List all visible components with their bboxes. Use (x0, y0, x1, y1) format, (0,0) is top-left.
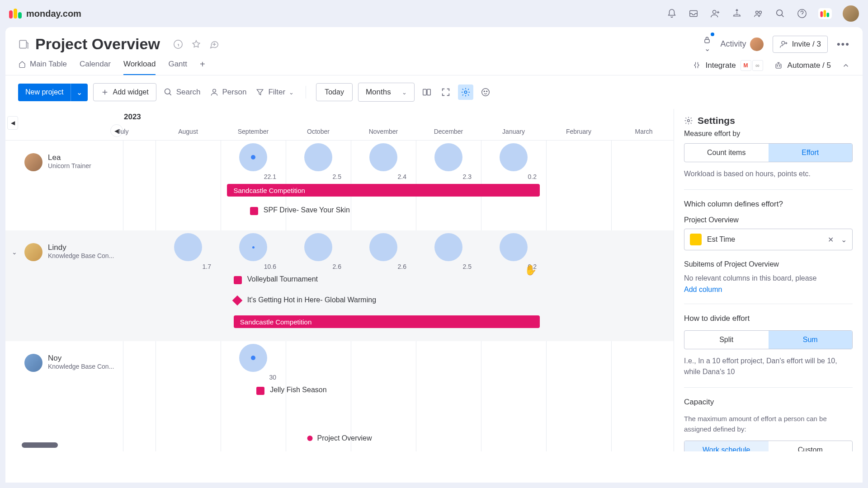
workload-bubble[interactable] (500, 233, 528, 261)
measure-effort[interactable]: Effort (769, 144, 853, 162)
privacy-toggle[interactable]: ⌄ (703, 35, 712, 53)
lock-icon (703, 35, 712, 44)
bubble-value: 2.4 (384, 173, 406, 180)
invite-icon[interactable] (710, 8, 721, 19)
board-name-label: Project Overview (684, 216, 853, 224)
inbox-icon[interactable] (688, 8, 699, 19)
project-marker[interactable] (250, 207, 258, 215)
project-label: Jelly Fish Season (270, 386, 326, 394)
add-widget-button[interactable]: Add widget (93, 83, 156, 101)
activity-label: Activity (721, 39, 746, 49)
integrate-button[interactable]: Integrate M ∞ (692, 60, 763, 71)
activity-button[interactable]: Activity (721, 38, 764, 51)
tabs-left: Main TableCalendarWorkloadGantt+ (18, 59, 205, 75)
filter-button[interactable]: Filter ⌄ (254, 84, 296, 100)
svg-point-11 (777, 66, 778, 66)
info-icon[interactable] (173, 39, 184, 50)
logo[interactable]: monday.com (9, 9, 81, 19)
project-marker[interactable] (234, 276, 242, 284)
add-tab-button[interactable]: + (200, 59, 205, 75)
project-marker[interactable] (232, 296, 242, 306)
tab-calendar[interactable]: Calendar (80, 60, 111, 75)
tab-gantt[interactable]: Gantt (168, 60, 187, 75)
new-project-dropdown[interactable]: ⌄ (71, 84, 88, 101)
measure-count-items[interactable]: Count items (684, 144, 769, 162)
month-august: August (165, 128, 211, 135)
workload-bubble[interactable] (304, 143, 332, 171)
topbar: monday.com (0, 0, 868, 27)
divide-split[interactable]: Split (684, 331, 769, 349)
bubble-dot-icon (251, 155, 255, 160)
plus-icon (101, 88, 109, 96)
person-avatar (24, 153, 42, 171)
collapse-sidebar-icon[interactable]: ◀ (7, 116, 18, 130)
subitems-label: Subitems of Project Overview (684, 260, 853, 268)
favorite-icon[interactable] (191, 39, 202, 50)
measure-label: Measure effort by (684, 130, 853, 138)
chevron-down-icon[interactable]: ⌄ (841, 235, 847, 244)
capacity-work-schedule[interactable]: Work schedule (684, 441, 769, 451)
svg-rect-8 (705, 39, 709, 43)
invite-label: Invite / 3 (792, 40, 821, 49)
discussion-icon[interactable] (209, 39, 220, 50)
capacity-custom[interactable]: Custom (769, 441, 853, 451)
workload-bubble[interactable] (434, 233, 462, 261)
capacity-segmented: Work schedule Custom (684, 441, 853, 451)
workload-bubble[interactable] (434, 143, 462, 171)
workload-bubble[interactable] (369, 233, 397, 261)
bubble-value: 2.3 (449, 173, 472, 180)
month-december: December (426, 128, 471, 135)
search-button[interactable]: Search (162, 84, 203, 100)
person-filter-button[interactable]: Person (208, 84, 249, 100)
add-column-link[interactable]: Add column (684, 286, 853, 294)
clear-icon[interactable]: ✕ (828, 235, 834, 244)
page-title: Project Overview (35, 35, 160, 53)
effort-column-select[interactable]: Est Time ✕ ⌄ (684, 229, 853, 250)
brand-text: monday.com (26, 9, 81, 19)
tab-workload[interactable]: Workload (123, 60, 156, 75)
invite-button[interactable]: Invite / 3 (773, 36, 828, 53)
bubble-value: 2.6 (319, 263, 341, 270)
invite-person-icon (779, 40, 788, 49)
workload-bubble[interactable] (500, 143, 528, 171)
chat-icon[interactable] (479, 84, 492, 101)
apps-icon[interactable] (731, 8, 742, 19)
workload-bubble[interactable] (369, 143, 397, 171)
collapse-person-icon[interactable]: ⌄ (12, 249, 19, 256)
workload-bubble[interactable] (304, 233, 332, 261)
user-avatar[interactable] (843, 5, 859, 22)
main-card: Project Overview ⌄ Activity Invite / 3 •… (5, 27, 863, 483)
legend: Project Overview (307, 434, 372, 442)
today-button[interactable]: Today (316, 83, 353, 101)
project-bar[interactable]: Sandcastle Competition (234, 315, 540, 328)
tab-main-table[interactable]: Main Table (18, 60, 67, 75)
project-marker[interactable] (256, 387, 264, 395)
divide-sum[interactable]: Sum (769, 331, 853, 349)
teams-icon[interactable] (753, 8, 764, 19)
svg-point-9 (782, 41, 785, 44)
new-project-button[interactable]: New project ⌄ (18, 84, 88, 101)
board-icon (18, 38, 30, 50)
baseline-icon[interactable] (420, 84, 434, 101)
workload-bubble[interactable] (174, 233, 202, 261)
month-november: November (361, 128, 406, 135)
search-icon[interactable] (775, 8, 786, 19)
bubble-value: 1.7 (189, 263, 211, 270)
bubble-value: 30 (254, 374, 276, 381)
month-october: October (296, 128, 341, 135)
help-icon[interactable] (797, 8, 807, 19)
person-avatar (24, 243, 42, 261)
project-bar[interactable]: Sandcastle Competition (227, 184, 539, 197)
robot-icon (774, 61, 783, 70)
more-menu-icon[interactable]: ••• (837, 38, 850, 50)
automate-button[interactable]: Automate / 5 (774, 61, 831, 70)
month-january: January (491, 128, 536, 135)
fullscreen-icon[interactable] (439, 84, 453, 101)
settings-icon[interactable] (458, 84, 473, 100)
collapse-header-icon[interactable] (842, 61, 850, 70)
notifications-icon[interactable] (666, 8, 677, 19)
products-icon[interactable] (818, 8, 832, 19)
horizontal-scrollbar[interactable] (22, 442, 58, 448)
svg-point-13 (165, 89, 170, 94)
range-select[interactable]: Months ⌄ (358, 83, 415, 102)
